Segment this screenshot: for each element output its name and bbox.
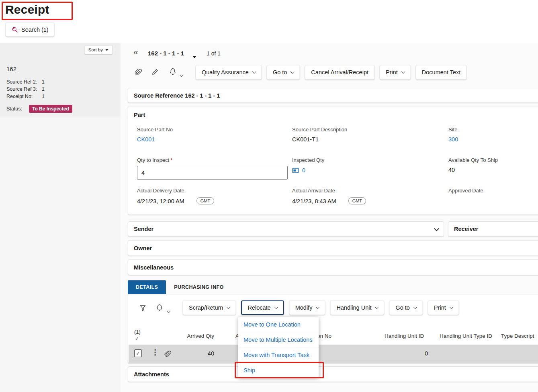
- select-all-check-icon[interactable]: ✓: [135, 336, 139, 341]
- page-title: Receipt: [5, 3, 49, 16]
- field-site: Site 300: [448, 127, 458, 143]
- field-value: 1: [42, 78, 45, 86]
- record-selector-caret-icon[interactable]: [192, 53, 196, 60]
- required-marker: *: [170, 157, 172, 163]
- record-field-receipt-no: Receipt No: 1: [6, 93, 114, 100]
- attachment-icon[interactable]: [134, 68, 142, 77]
- tab-details[interactable]: DETAILS: [128, 280, 166, 294]
- inspected-qty-card-icon[interactable]: [292, 168, 299, 173]
- col-header-handling-unit-type-id[interactable]: Handling Unit Type ID: [440, 333, 492, 339]
- field-available-qty-to-ship: Available Qty To Ship 40: [448, 157, 498, 174]
- chevron-down-icon: [252, 69, 256, 74]
- source-reference-title: Source Reference 162 - 1 - 1 - 1: [128, 92, 220, 99]
- label-text: Qty to Inspect: [137, 157, 169, 163]
- search-icon: [11, 26, 18, 33]
- record-status: Status: To Be Inspected: [6, 105, 114, 113]
- record-selector[interactable]: 162 - 1 - 1 - 1: [148, 50, 184, 57]
- record-list-item[interactable]: 162 Source Ref 2: 1 Source Ref 3: 1 Rece…: [0, 60, 121, 118]
- approved-date-label: Approved Date: [448, 188, 483, 194]
- col-header-location-no-partial[interactable]: on No: [317, 333, 331, 339]
- handling-unit-button[interactable]: Handling Unit: [330, 300, 384, 315]
- cancel-arrival-receipt-button[interactable]: Cancel Arrival/Receipt: [305, 65, 374, 80]
- inspected-qty-value[interactable]: 0: [302, 167, 305, 174]
- site-value[interactable]: 300: [448, 136, 458, 143]
- col-header-arrived-qty[interactable]: Arrived Qty: [177, 333, 214, 339]
- details-tab-bar: DETAILS PURCHASING INFO: [128, 280, 232, 294]
- source-part-no-value[interactable]: CK001: [137, 136, 173, 143]
- qty-to-inspect-label: Qty to Inspect*: [137, 157, 288, 163]
- print-button[interactable]: Print: [380, 65, 411, 80]
- filter-icon[interactable]: [139, 304, 147, 313]
- part-section: Part Source Part No CK001 Source Part De…: [128, 106, 538, 215]
- search-button-label: Search (1): [21, 27, 49, 33]
- chevron-down-icon: [227, 305, 231, 309]
- field-inspected-qty: Inspected Qty 0: [292, 157, 324, 174]
- document-text-button[interactable]: Document Text: [416, 65, 466, 80]
- row-kebab-menu-icon[interactable]: ⋮: [151, 348, 159, 357]
- actual-arrival-date-row: 4/21/23, 8:43 AMGMT: [292, 197, 366, 204]
- sort-by-label: Sort by: [88, 47, 103, 52]
- button-label: Quality Assurance: [202, 69, 249, 76]
- menu-item-ship[interactable]: Ship: [238, 363, 319, 378]
- modify-button[interactable]: Modify: [289, 300, 325, 315]
- attachments-section-title: Attachments: [128, 371, 169, 378]
- scrap-return-button[interactable]: Scrap/Return: [183, 300, 236, 315]
- receiver-section[interactable]: Receiver: [448, 221, 538, 237]
- chevron-down-icon: [449, 305, 453, 309]
- sender-expand-chevron-icon[interactable]: [434, 226, 439, 231]
- menu-item-move-to-one-location[interactable]: Move to One Location: [238, 317, 319, 332]
- chevron-down-icon: [413, 305, 417, 309]
- sort-by-button[interactable]: Sort by: [84, 45, 113, 54]
- details-print-button[interactable]: Print: [428, 300, 459, 315]
- col-header-handling-unit-id[interactable]: Handling Unit ID: [385, 333, 424, 339]
- menu-item-move-with-transport-task[interactable]: Move with Transport Task: [238, 347, 319, 363]
- search-button[interactable]: Search (1): [6, 22, 54, 37]
- row-checkbox[interactable]: ✓: [134, 349, 142, 357]
- checkbox-check-icon: ✓: [136, 351, 140, 356]
- cell-handling-unit-id[interactable]: 0: [385, 350, 428, 357]
- collapse-panel-icon[interactable]: «: [133, 47, 138, 57]
- notifications-bell-icon[interactable]: [155, 304, 164, 313]
- record-field-source-ref-3: Source Ref 3: 1: [6, 86, 114, 93]
- actual-delivery-date-label: Actual Delivery Date: [137, 188, 214, 194]
- go-to-button[interactable]: Go to: [267, 65, 300, 80]
- details-go-to-button[interactable]: Go to: [389, 300, 422, 315]
- button-label: Document Text: [422, 69, 460, 76]
- field-value: 1: [42, 86, 45, 93]
- row-attachment-icon[interactable]: [164, 350, 171, 359]
- col-header-type-description[interactable]: Type Descript: [501, 333, 534, 339]
- button-label: Go to: [395, 304, 409, 311]
- button-label: Print: [434, 304, 446, 311]
- quality-assurance-button[interactable]: Quality Assurance: [196, 65, 262, 80]
- button-label: Go to: [273, 69, 287, 76]
- sender-section[interactable]: Sender: [128, 221, 444, 237]
- tab-purchasing-info[interactable]: PURCHASING INFO: [166, 280, 231, 294]
- field-qty-to-inspect: Qty to Inspect*: [137, 157, 288, 180]
- notifications-chevron-icon[interactable]: [167, 307, 170, 314]
- source-reference-section[interactable]: Source Reference 162 - 1 - 1 - 1: [128, 88, 538, 103]
- table-row[interactable]: ✓ ⋮ 40 0: [129, 345, 538, 363]
- chevron-down-icon: [274, 305, 278, 309]
- selected-count: (1): [134, 329, 141, 335]
- menu-item-move-to-multiple-locations[interactable]: Move to Multiple Locations: [238, 332, 319, 347]
- notifications-chevron-icon[interactable]: [180, 71, 183, 78]
- sidebar-empty-area: [0, 116, 121, 392]
- notifications-bell-icon[interactable]: [169, 67, 177, 77]
- chevron-down-icon: [401, 69, 405, 74]
- attachments-section[interactable]: Attachments: [128, 366, 538, 382]
- miscellaneous-section[interactable]: Miscellaneous: [128, 259, 538, 275]
- owner-section[interactable]: Owner: [128, 240, 538, 256]
- button-label: Handling Unit: [336, 304, 371, 311]
- edit-icon[interactable]: [151, 68, 159, 77]
- relocate-button[interactable]: Relocate: [241, 300, 284, 315]
- actual-delivery-date-value: 4/21/23, 12:00 AM: [137, 198, 184, 204]
- timezone-pill: GMT: [196, 197, 214, 204]
- sidebar: Sort by 162 Source Ref 2: 1 Source Ref 3…: [0, 43, 121, 392]
- field-approved-date: Approved Date: [448, 188, 483, 204]
- record-id: 162: [6, 65, 114, 72]
- chevron-down-icon: [290, 69, 295, 74]
- qty-to-inspect-input[interactable]: [137, 166, 288, 180]
- actual-arrival-date-label: Actual Arrival Date: [292, 188, 366, 194]
- button-label: Scrap/Return: [189, 304, 223, 311]
- field-label: Source Ref 3:: [6, 86, 42, 93]
